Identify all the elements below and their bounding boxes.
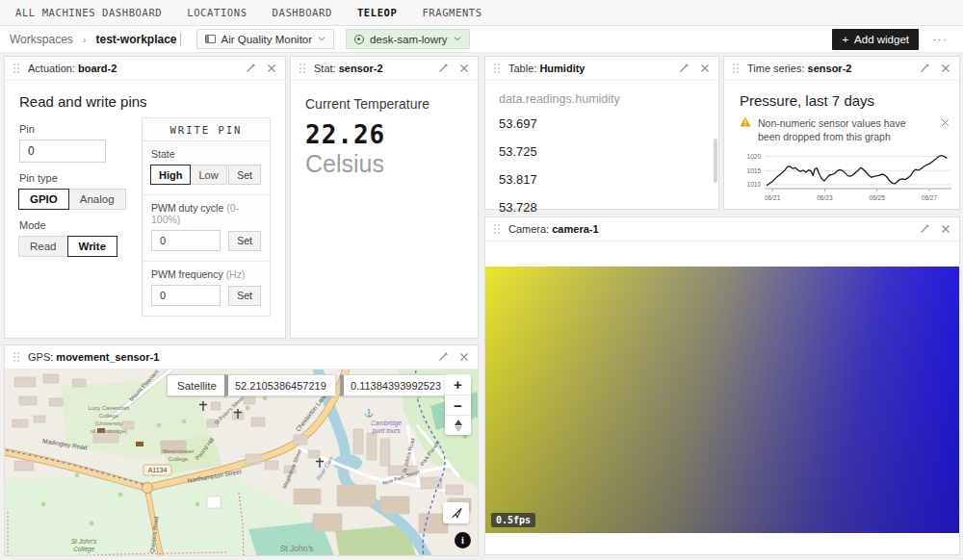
compass-reset-button[interactable] <box>445 415 471 435</box>
widget-title: Time series: sensor-2 <box>747 63 851 74</box>
pwm-freq-label: PWM frequency (Hz) <box>151 268 261 280</box>
chevron-down-icon <box>454 37 461 41</box>
pin-type-gpio-button[interactable]: GPIO <box>18 189 69 210</box>
widget-header: GPS: movement_sensor-1 <box>5 345 478 369</box>
close-icon[interactable] <box>459 352 469 362</box>
fps-badge: 0.5fps <box>491 513 535 527</box>
zoom-in-button[interactable]: + <box>445 374 471 395</box>
state-high-button[interactable]: High <box>150 165 191 185</box>
widget-camera: Camera: camera-1 0.5fps <box>484 216 960 555</box>
workspace-dropdown[interactable]: Air Quality Monitor <box>196 29 335 49</box>
edit-pencil-icon[interactable] <box>245 63 256 74</box>
svg-text:06/23: 06/23 <box>817 194 833 201</box>
edit-pencil-icon[interactable] <box>437 351 449 363</box>
widget-title: Stat: sensor-2 <box>314 63 383 74</box>
mode-write-button[interactable]: Write <box>67 236 118 257</box>
edit-pencil-icon[interactable] <box>678 63 690 74</box>
widget-timeseries: Time series: sensor-2 Pressure, last 7 d… <box>723 56 960 210</box>
navigation-arrow-icon <box>451 507 462 519</box>
nav-all-machines-dashboard[interactable]: ALL MACHINES DASHBOARD <box>15 7 162 18</box>
warning-text: Non-numeric sensor values have been drop… <box>758 116 920 143</box>
map-info-button[interactable]: i <box>455 532 471 548</box>
locate-me-button[interactable] <box>443 502 469 523</box>
nav-locations[interactable]: LOCATIONS <box>187 7 247 18</box>
breadcrumb-current-workspace[interactable]: test-workplace <box>95 33 180 46</box>
widget-title: Camera: camera-1 <box>508 223 599 235</box>
map-canvas[interactable]: A1134 Madingley RoadNorthampton StreetCh… <box>5 369 478 555</box>
nav-dashboard[interactable]: DASHBOARD <box>273 7 332 18</box>
add-widget-label: Add widget <box>854 34 909 45</box>
latitude-input[interactable] <box>224 374 336 396</box>
top-nav: ALL MACHINES DASHBOARD LOCATIONS DASHBOA… <box>0 0 963 26</box>
breadcrumb-separator: › <box>81 34 89 45</box>
pressure-line-chart: 10101015102006/2106/2306/2506/27 <box>736 147 957 205</box>
close-icon[interactable] <box>700 64 710 73</box>
drag-handle-icon[interactable] <box>494 64 500 73</box>
drag-handle-icon[interactable] <box>494 224 500 234</box>
state-section: State High Low Set <box>143 141 270 194</box>
gps-map-svg: A1134 Madingley RoadNorthampton StreetCh… <box>5 369 478 555</box>
chart-warning: Non-numeric sensor values have been drop… <box>724 109 959 143</box>
widget-title: GPS: movement_sensor-1 <box>28 351 159 363</box>
pwm-freq-section: PWM frequency (Hz) Set <box>143 261 270 316</box>
close-icon[interactable] <box>267 64 276 73</box>
close-icon[interactable] <box>459 64 469 73</box>
widget-table: Table: Humidity data.readings.humidity 5… <box>484 56 719 210</box>
pwm-duty-set-button[interactable]: Set <box>228 231 261 251</box>
drag-handle-icon[interactable] <box>733 64 739 73</box>
pin-input[interactable] <box>19 140 106 163</box>
widget-header: Time series: sensor-2 <box>724 57 959 81</box>
zoom-out-button[interactable]: − <box>445 395 471 415</box>
widget-title: Table: Humidity <box>508 63 585 74</box>
pwm-freq-input[interactable] <box>151 285 221 306</box>
satellite-toggle-button[interactable]: Satellite <box>167 374 227 396</box>
svg-text:⚓: ⚓ <box>364 408 374 418</box>
pwm-freq-set-button[interactable]: Set <box>228 286 261 306</box>
close-icon[interactable] <box>941 64 950 73</box>
close-icon[interactable] <box>941 224 950 234</box>
drag-handle-icon[interactable] <box>299 64 305 73</box>
add-widget-button[interactable]: + Add widget <box>832 29 919 50</box>
widget-header: Actuation: board-2 <box>5 57 285 81</box>
breadcrumb-workspaces[interactable]: Workspaces <box>10 33 73 46</box>
nav-teleop[interactable]: TELEOP <box>357 7 398 18</box>
edit-pencil-icon[interactable] <box>919 223 930 235</box>
edit-pencil-icon[interactable] <box>437 63 449 74</box>
mode-read-button[interactable]: Read <box>18 236 68 257</box>
table-scrollbar[interactable] <box>714 139 717 183</box>
drag-handle-icon[interactable] <box>13 64 19 73</box>
svg-text:06/27: 06/27 <box>922 194 938 201</box>
svg-text:06/25: 06/25 <box>870 194 886 201</box>
state-label: State <box>151 148 261 160</box>
svg-text:1010: 1010 <box>747 182 762 189</box>
state-segmented-control: High Low <box>151 165 227 185</box>
dismiss-warning-icon[interactable] <box>941 118 950 127</box>
nav-fragments[interactable]: FRAGMENTS <box>422 7 482 18</box>
state-low-button[interactable]: Low <box>190 165 226 185</box>
table-row: 53.725 <box>485 136 718 164</box>
dashboard-canvas: Actuation: board-2 Read and write pins P… <box>0 53 963 560</box>
svg-text:A1134: A1134 <box>148 467 168 473</box>
svg-text:College: College <box>73 546 94 553</box>
chevron-down-icon <box>318 37 325 41</box>
write-pin-panel: WRITE PIN State High Low Set PWM duty cy… <box>142 117 271 317</box>
svg-text:St John's: St John's <box>280 544 314 553</box>
humidity-rows: 53.69753.72553.81753.728 <box>485 108 718 219</box>
table-row: 53.728 <box>485 191 718 219</box>
pwm-duty-input[interactable] <box>151 230 221 251</box>
stat-value: 22.26 Celsius <box>305 120 463 178</box>
drag-handle-icon[interactable] <box>13 352 19 362</box>
svg-text:of Cambridge): of Cambridge) <box>91 428 127 434</box>
svg-text:Lucy Cavendish: Lucy Cavendish <box>89 405 130 411</box>
pin-type-analog-button[interactable]: Analog <box>68 189 126 210</box>
machine-dropdown-label: desk-sam-lowry <box>370 34 448 45</box>
machine-dropdown[interactable]: desk-sam-lowry <box>346 29 470 49</box>
camera-stream-image: 0.5fps <box>485 267 959 533</box>
edit-pencil-icon[interactable] <box>919 63 930 74</box>
widget-header: Camera: camera-1 <box>485 217 959 242</box>
machine-icon <box>354 35 364 44</box>
state-set-button[interactable]: Set <box>228 165 261 185</box>
more-menu-button[interactable]: ··· <box>926 32 953 46</box>
map-road-badge: A1134 <box>143 465 171 475</box>
longitude-input[interactable] <box>340 374 449 396</box>
